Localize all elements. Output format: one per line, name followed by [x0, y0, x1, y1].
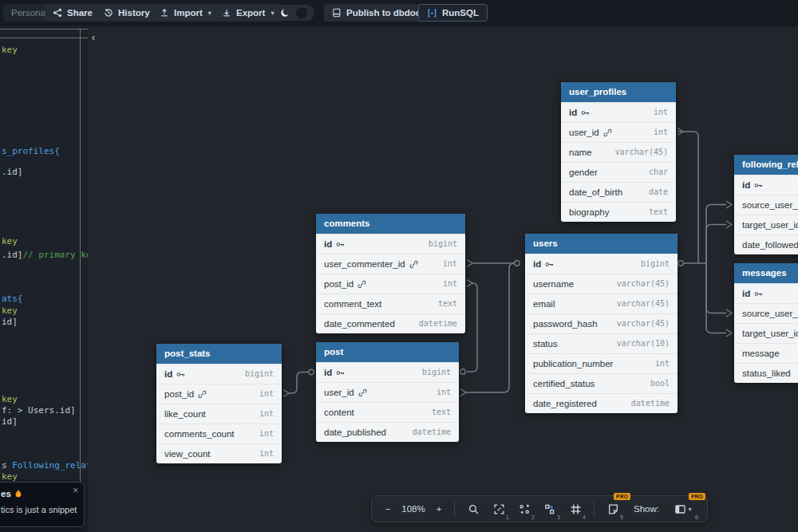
table-header[interactable]: post	[316, 342, 459, 362]
history-button[interactable]: History	[96, 4, 158, 22]
table-header[interactable]: user_profiles	[561, 82, 676, 102]
import-button[interactable]: Import ▾	[152, 4, 219, 22]
field-name: message	[742, 344, 780, 363]
show-options-button[interactable]: ▾ PRO 6	[667, 498, 699, 520]
field-row-post_id[interactable]: post_idint	[316, 274, 465, 294]
field-row-publication_number[interactable]: publication_numberint	[525, 353, 678, 373]
sticky-note-button[interactable]: PRO 5	[602, 498, 624, 520]
field-name: status_liked	[742, 364, 791, 383]
zoom-in-button[interactable]: +	[431, 498, 447, 520]
dbml-code[interactable]: keys_profiles{.id]key.id]// primary keya…	[0, 26, 88, 532]
table-header[interactable]: messages	[734, 263, 798, 283]
field-row-user_commenter_id[interactable]: user_commenter_idint	[316, 254, 465, 274]
field-type: int	[655, 354, 670, 373]
relationship-line[interactable]	[706, 263, 726, 333]
relationship-line[interactable]	[678, 132, 698, 263]
field-row-post_id[interactable]: post_idint	[156, 384, 282, 404]
field-row-target_user_id[interactable]: target_user_id	[734, 215, 798, 234]
field-row-like_count[interactable]: like_countint	[156, 404, 282, 424]
flame-icon	[14, 489, 22, 499]
field-row-source_user_id[interactable]: source_user_id	[734, 195, 798, 215]
field-row-id[interactable]: idbigint	[316, 362, 459, 382]
field-row-content[interactable]: contenttext	[316, 402, 459, 422]
field-name: email	[533, 294, 555, 313]
search-button[interactable]	[462, 498, 484, 520]
table-comments[interactable]: commentsidbigintuser_commenter_idintpost…	[316, 214, 465, 333]
field-type: bool	[650, 374, 670, 393]
foreign-key-icon	[358, 280, 366, 289]
frame-button[interactable]: 4	[564, 498, 587, 520]
table-post[interactable]: postidbigintuser_idintcontenttextdate_pu…	[316, 342, 459, 442]
relationship-line[interactable]	[706, 263, 726, 313]
field-row-message[interactable]: message	[734, 343, 798, 363]
field-name: id	[569, 103, 590, 122]
field-row-id[interactable]: id	[734, 283, 798, 303]
field-row-view_count[interactable]: view_countint	[156, 443, 282, 463]
field-type: datetime	[631, 394, 670, 413]
field-row-comment_text[interactable]: comment_texttext	[316, 294, 465, 313]
layout-panel-icon	[674, 503, 686, 515]
field-name: certified_status	[533, 374, 595, 393]
field-row-source_user_id[interactable]: source_user_id	[734, 303, 798, 323]
zoom-to-fit-button[interactable]: 1	[488, 498, 510, 520]
field-row-user_id[interactable]: user_idint	[561, 122, 676, 142]
field-row-target_user_id[interactable]: target_user_id	[734, 323, 798, 343]
export-icon	[222, 8, 231, 18]
table-following_relat[interactable]: following_relatidsource_user_idtarget_us…	[734, 155, 798, 254]
table-header[interactable]: post_stats	[156, 344, 282, 364]
field-name: user_id	[324, 383, 367, 402]
field-name: comments_count	[164, 424, 235, 443]
share-button[interactable]: Share	[45, 4, 101, 22]
table-user_profiles[interactable]: user_profilesidintuser_idintnamevarchar(…	[561, 82, 676, 222]
relationship-line[interactable]	[467, 283, 477, 372]
import-label: Import	[174, 8, 203, 18]
relationship-line[interactable]	[706, 205, 726, 264]
field-row-status_liked[interactable]: status_liked	[734, 363, 798, 383]
zoom-out-button[interactable]: −	[380, 498, 396, 520]
field-name: date_published	[324, 423, 386, 442]
table-header[interactable]: following_relat	[734, 155, 798, 175]
auto-arrange-button[interactable]: 2	[513, 498, 535, 520]
primary-key-icon	[581, 108, 590, 117]
field-row-date_followed[interactable]: date_followed	[734, 234, 798, 254]
field-row-email[interactable]: emailvarchar(45)	[525, 294, 678, 313]
field-row-date_registered[interactable]: date_registereddatetime	[525, 393, 678, 413]
table-header[interactable]: comments	[316, 214, 465, 234]
field-row-username[interactable]: usernamevarchar(45)	[525, 274, 678, 294]
export-button[interactable]: Export ▾	[214, 4, 282, 22]
shortcut-index: 1	[506, 514, 509, 520]
field-row-name[interactable]: namevarchar(45)	[561, 142, 676, 162]
runsql-button[interactable]: RunSQL	[418, 4, 488, 22]
code-editor-panel[interactable]: keys_profiles{.id]key.id]// primary keya…	[0, 26, 88, 532]
field-type: bigint	[422, 363, 451, 382]
field-row-biography[interactable]: biographytext	[561, 202, 676, 222]
field-type: int	[654, 123, 668, 142]
field-row-status[interactable]: statusvarchar(10)	[525, 333, 678, 353]
highlight-relationships-button[interactable]: 3	[539, 498, 561, 520]
table-messages[interactable]: messagesidsource_user_idtarget_user_idme…	[734, 263, 798, 383]
field-row-gender[interactable]: genderchar	[561, 162, 676, 182]
field-row-certified_status[interactable]: certified_statusbool	[525, 373, 678, 393]
field-row-date_of_birth[interactable]: date_of_birthdate	[561, 182, 676, 202]
field-row-id[interactable]: id	[734, 175, 798, 195]
table-header[interactable]: users	[525, 234, 678, 254]
table-post_stats[interactable]: post_statsidbigintpost_idintlike_countin…	[156, 344, 282, 463]
publish-label: Publish to dbdocs	[346, 8, 426, 18]
code-line: s Following_relation	[2, 460, 88, 471]
close-icon[interactable]: ×	[73, 485, 78, 496]
relationship-line[interactable]	[706, 225, 726, 264]
field-row-user_id[interactable]: user_idint	[316, 382, 459, 402]
field-row-id[interactable]: idbigint	[316, 234, 465, 254]
relationship-line[interactable]	[289, 372, 308, 394]
field-row-password_hash[interactable]: password_hashvarchar(45)	[525, 313, 678, 333]
field-row-comments_count[interactable]: comments_countint	[156, 424, 282, 443]
field-type: int	[437, 383, 451, 402]
collapse-editor-button[interactable]: ‹	[88, 32, 99, 43]
table-users[interactable]: usersidbigintusernamevarchar(45)emailvar…	[525, 234, 678, 413]
dark-mode-toggle[interactable]	[275, 5, 314, 21]
field-row-date_commented[interactable]: date_commenteddatetime	[316, 313, 465, 333]
field-row-id[interactable]: idbigint	[156, 364, 282, 384]
field-row-date_published[interactable]: date_publisheddatetime	[316, 422, 459, 442]
field-row-id[interactable]: idbigint	[525, 254, 678, 274]
field-row-id[interactable]: idint	[561, 102, 676, 122]
